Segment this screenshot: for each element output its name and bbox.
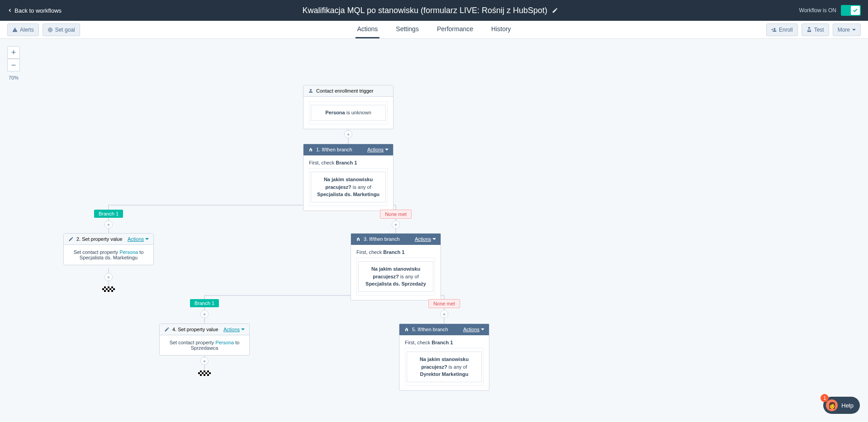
node-title: 5. If/then branch bbox=[412, 327, 448, 332]
node-title: 2. Set property value bbox=[76, 236, 123, 242]
workflow-toggle[interactable] bbox=[841, 5, 861, 16]
property-link[interactable]: Persona bbox=[215, 340, 234, 345]
node-header: 3. If/then branch Actions bbox=[351, 234, 441, 245]
zoom-out-button[interactable]: − bbox=[7, 59, 20, 71]
tab-history[interactable]: History bbox=[489, 21, 513, 38]
node-header: 1. If/then branch Actions bbox=[304, 144, 393, 155]
node-body: Set contact property Persona to Specjali… bbox=[64, 245, 153, 265]
flask-icon bbox=[806, 27, 812, 33]
more-label: More bbox=[838, 27, 850, 33]
node-header: Contact enrollment trigger bbox=[304, 85, 393, 97]
warning-icon bbox=[12, 27, 18, 33]
enrollment-trigger-node[interactable]: Contact enrollment trigger Persona is un… bbox=[303, 85, 394, 129]
add-action-button[interactable]: + bbox=[392, 220, 400, 229]
zoom-in-button[interactable]: + bbox=[7, 46, 20, 59]
if-then-branch-5-node[interactable]: 5. If/then branch Actions First, check B… bbox=[399, 324, 489, 391]
node-body: First, check Branch 1 Na jakim stanowisk… bbox=[351, 245, 441, 300]
if-then-branch-3-node[interactable]: 3. If/then branch Actions First, check B… bbox=[351, 233, 441, 300]
trigger-rest: is unknown bbox=[345, 110, 371, 115]
node-body: First, check Branch 1 Na jakim stanowisk… bbox=[399, 335, 489, 390]
node-actions-link[interactable]: Actions bbox=[367, 147, 389, 152]
enroll-button[interactable]: Enroll bbox=[766, 23, 798, 36]
canvas-scroll[interactable]: + − 70% bbox=[0, 39, 868, 422]
edit-icon bbox=[164, 327, 170, 332]
branch-icon bbox=[308, 147, 313, 152]
back-label: Back to workflows bbox=[14, 7, 62, 14]
end-flag-icon bbox=[102, 286, 115, 292]
add-action-button[interactable]: + bbox=[104, 220, 113, 229]
svg-point-2 bbox=[50, 29, 50, 30]
node-header: 2. Set property value Actions bbox=[64, 234, 153, 245]
alerts-label: Alerts bbox=[20, 27, 34, 33]
pencil-icon[interactable] bbox=[552, 7, 558, 14]
node-actions-link[interactable]: Actions bbox=[223, 327, 245, 332]
node-title: 3. If/then branch bbox=[364, 236, 400, 242]
caret-down-icon bbox=[481, 328, 484, 330]
tab-settings[interactable]: Settings bbox=[394, 21, 421, 38]
node-header: 4. Set property value Actions bbox=[160, 324, 249, 335]
set-goal-button[interactable]: Set goal bbox=[43, 23, 80, 36]
workflow-status: Workflow is ON bbox=[799, 7, 836, 14]
add-action-button[interactable]: + bbox=[440, 310, 448, 318]
tabs: Actions Settings Performance History bbox=[355, 21, 512, 38]
node-body: First, check Branch 1 Na jakim stanowisk… bbox=[304, 155, 393, 211]
check-icon bbox=[853, 8, 858, 13]
node-header: 5. If/then branch Actions bbox=[399, 324, 489, 335]
subbar-left: Alerts Set goal bbox=[7, 23, 80, 36]
workflow-canvas[interactable]: Contact enrollment trigger Persona is un… bbox=[0, 39, 706, 422]
workflow-title: Kwalifikacja MQL po stanowisku (formular… bbox=[303, 6, 548, 15]
set-goal-label: Set goal bbox=[55, 27, 75, 33]
add-action-button[interactable]: + bbox=[200, 357, 209, 365]
topbar-center: Kwalifikacja MQL po stanowisku (formular… bbox=[62, 6, 799, 15]
subbar: Alerts Set goal Actions Settings Perform… bbox=[0, 21, 868, 39]
test-button[interactable]: Test bbox=[802, 23, 829, 36]
node-actions-link[interactable]: Actions bbox=[463, 327, 484, 332]
add-action-button[interactable]: + bbox=[344, 130, 352, 138]
help-avatar-icon: 👩 bbox=[826, 399, 838, 411]
add-action-button[interactable]: + bbox=[104, 273, 113, 281]
target-icon bbox=[47, 27, 53, 33]
alerts-button[interactable]: Alerts bbox=[7, 23, 39, 36]
branch-tag-branch1: Branch 1 bbox=[190, 299, 219, 307]
branch-tag-none-met: None met bbox=[428, 299, 460, 308]
toggle-knob bbox=[851, 6, 860, 15]
test-label: Test bbox=[814, 27, 824, 33]
end-flag-icon bbox=[198, 370, 211, 376]
topbar-right: Workflow is ON bbox=[799, 5, 861, 16]
caret-down-icon bbox=[852, 29, 856, 31]
tab-performance[interactable]: Performance bbox=[435, 21, 475, 38]
caret-down-icon bbox=[241, 328, 245, 330]
edit-icon bbox=[68, 236, 74, 242]
set-property-2-node[interactable]: 2. Set property value Actions Set contac… bbox=[63, 233, 154, 265]
add-action-button[interactable]: + bbox=[200, 310, 209, 318]
node-body: Set contact property Persona to Sprzedaw… bbox=[160, 335, 249, 355]
caret-down-icon bbox=[432, 238, 436, 240]
branch-tag-none-met: None met bbox=[380, 210, 412, 219]
zoom-percent: 70% bbox=[7, 75, 20, 80]
caret-down-icon bbox=[145, 238, 149, 240]
property-link[interactable]: Persona bbox=[119, 249, 138, 255]
zoom-controls: + − 70% bbox=[7, 46, 20, 80]
node-title: 1. If/then branch bbox=[316, 147, 352, 152]
topbar: Back to workflows Kwalifikacja MQL po st… bbox=[0, 0, 868, 21]
node-title: 4. Set property value bbox=[172, 327, 218, 332]
subbar-right: Enroll Test More bbox=[766, 23, 861, 36]
node-body: Persona is unknown bbox=[304, 97, 393, 129]
node-actions-link[interactable]: Actions bbox=[415, 236, 436, 242]
branch-tag-branch1: Branch 1 bbox=[94, 210, 123, 218]
help-button[interactable]: 1 👩 Help bbox=[823, 397, 860, 414]
branch-icon bbox=[356, 236, 361, 242]
more-button[interactable]: More bbox=[833, 23, 861, 36]
tab-actions[interactable]: Actions bbox=[355, 21, 379, 38]
branch-icon bbox=[404, 327, 409, 332]
node-title: Contact enrollment trigger bbox=[316, 88, 374, 94]
node-actions-link[interactable]: Actions bbox=[128, 236, 149, 242]
caret-down-icon bbox=[385, 149, 389, 150]
set-property-4-node[interactable]: 4. Set property value Actions Set contac… bbox=[159, 324, 250, 356]
back-to-workflows-link[interactable]: Back to workflows bbox=[7, 7, 62, 14]
if-then-branch-1-node[interactable]: 1. If/then branch Actions First, check B… bbox=[303, 144, 394, 211]
person-icon bbox=[308, 88, 313, 94]
chevron-left-icon bbox=[7, 8, 13, 13]
trigger-prop: Persona bbox=[325, 110, 345, 115]
enroll-label: Enroll bbox=[779, 27, 793, 33]
